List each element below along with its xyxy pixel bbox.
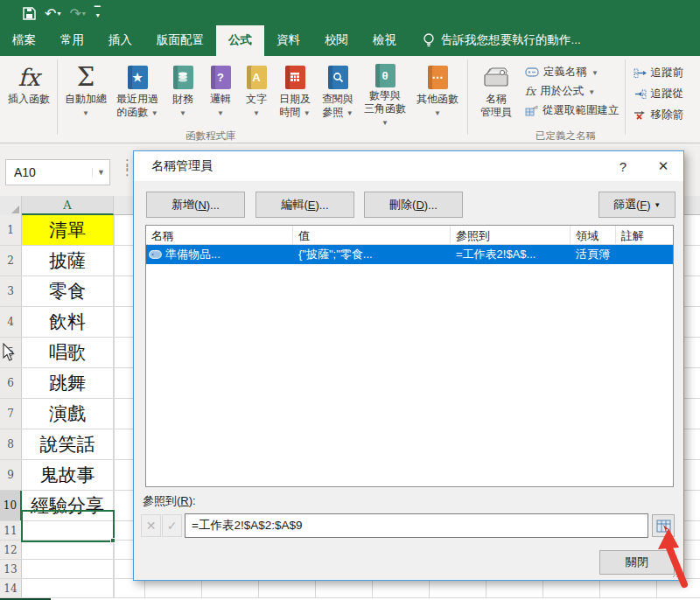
dropdown-arrow: ▼: [592, 69, 598, 77]
help-icon[interactable]: ?: [603, 151, 643, 181]
name-box[interactable]: A10 ▼: [5, 159, 110, 185]
col-header-comment[interactable]: 註解: [616, 226, 673, 244]
dialog-title: 名稱管理員: [134, 158, 603, 174]
dialog-title-bar[interactable]: 名稱管理員 ? ✕: [134, 151, 683, 181]
more-functions-button[interactable]: ⋯ 其他函數 ▼: [410, 59, 465, 129]
math-trig-button[interactable]: θ 數學與 三角函數 ▼: [360, 59, 410, 129]
tab-file[interactable]: 檔案: [0, 25, 48, 56]
button-label: 日期及: [279, 93, 311, 106]
row-header-8[interactable]: 8: [0, 429, 22, 459]
text-button[interactable]: A 文字 ▼: [239, 59, 274, 129]
undo-icon[interactable]: ↶▾: [45, 5, 60, 22]
defined-names-commands: 定義名稱 ▼ fx 用於公式 ▼ 從選取範圍建立: [525, 59, 620, 118]
row-header-12[interactable]: 12: [0, 541, 22, 559]
theta-icon: θ: [375, 64, 396, 87]
formula-auditing-commands: 追蹤前 追蹤從 移除箭: [634, 59, 700, 122]
name-manager-dialog: 名稱管理員 ? ✕ 新增(N)... 編輯(E)... 刪除(D)... 篩選(…: [133, 150, 684, 581]
trace-dependents-button[interactable]: 追蹤從: [634, 87, 700, 101]
group-label-function-library: 函數程式庫: [186, 129, 236, 143]
ellipsis-icon: ⋯: [428, 66, 448, 89]
cell-a12[interactable]: [22, 541, 114, 559]
col-header-name[interactable]: 名稱: [146, 226, 293, 244]
cell-a9[interactable]: 鬼故事: [22, 460, 114, 490]
edit-button[interactable]: 編輯(E)...: [256, 192, 354, 218]
col-header-scope[interactable]: 領域: [570, 226, 616, 244]
cell-a2[interactable]: 披薩: [22, 246, 114, 276]
filter-button[interactable]: 篩選(F) ▼: [598, 192, 676, 218]
row-header-13[interactable]: 13: [0, 560, 22, 578]
name-box-dropdown-icon[interactable]: ▼: [92, 168, 109, 177]
cell-a14[interactable]: [22, 579, 114, 597]
cell-a1[interactable]: 清單: [22, 215, 114, 245]
create-from-selection-button[interactable]: 從選取範圍建立: [525, 103, 620, 118]
remove-arrows-icon: [634, 110, 647, 120]
separator: [625, 59, 626, 135]
cell-a4[interactable]: 飲料: [22, 307, 114, 337]
tab-formulas[interactable]: 公式: [216, 25, 264, 56]
new-button[interactable]: 新增(N)...: [146, 192, 245, 218]
mouse-cursor-icon: [2, 343, 16, 362]
names-list[interactable]: 名稱 值 參照到 領域 註解 準備物品... {"披薩";"零食... =工作表…: [145, 225, 674, 487]
financial-button[interactable]: 財務 ▼: [164, 59, 202, 129]
name-box-value: A10: [6, 165, 92, 179]
col-header-value[interactable]: 值: [293, 226, 451, 244]
ribbon: fx 插入函數 Σ 自動加總 ▼ ★ 最近用過 的函數 ▼ 財務 ▼ ? 邏輯 …: [0, 56, 700, 143]
dropdown-arrow: ▼: [588, 88, 595, 96]
recently-used-button[interactable]: ★ 最近用過 的函數 ▼: [111, 59, 164, 129]
cell-a10-selected[interactable]: 經驗分享: [22, 491, 114, 520]
button-label2: 的函數 ▼: [116, 106, 158, 120]
cell-a7[interactable]: 演戲: [22, 399, 114, 429]
row-header-3[interactable]: 3: [0, 276, 22, 306]
use-in-formula-button[interactable]: fx 用於公式 ▼: [525, 84, 620, 99]
insert-function-button[interactable]: fx 插入函數: [4, 59, 54, 129]
row-header-9[interactable]: 9: [0, 460, 22, 490]
date-time-button[interactable]: 日期及 時間 ▼: [274, 59, 316, 129]
row-header-6[interactable]: 6: [0, 368, 22, 398]
tab-data[interactable]: 資料: [264, 25, 312, 56]
cell-a5[interactable]: 唱歌: [22, 338, 114, 367]
cell-a6[interactable]: 跳舞: [22, 368, 114, 398]
remove-arrows-button[interactable]: 移除箭: [634, 108, 700, 122]
refers-to-label: 參照到(R):: [143, 493, 196, 509]
ribbon-tab-row: 檔案 常用 插入 版面配置 公式 資料 校閱 檢視 告訴我您想要執行的動作...: [0, 26, 700, 56]
select-all-corner[interactable]: [0, 196, 22, 215]
row-header-11[interactable]: 11: [0, 521, 22, 540]
row-header-14[interactable]: 14: [0, 579, 22, 597]
trace-precedents-button[interactable]: 追蹤前: [634, 66, 700, 80]
save-icon[interactable]: [23, 7, 36, 20]
col-header-refers-to[interactable]: 參照到: [451, 226, 570, 244]
lookup-reference-button[interactable]: 查閱與 參照 ▼: [316, 59, 360, 129]
tab-review[interactable]: 校閱: [312, 25, 360, 56]
button-label: 查閱與: [322, 93, 354, 106]
tab-page-layout[interactable]: 版面配置: [144, 25, 216, 56]
define-name-button[interactable]: 定義名稱 ▼: [525, 65, 620, 80]
row-header-7[interactable]: 7: [0, 399, 22, 429]
tab-view[interactable]: 檢視: [360, 25, 409, 56]
tab-insert[interactable]: 插入: [96, 25, 144, 56]
cell-a3[interactable]: 零食: [22, 276, 114, 306]
cell-a8[interactable]: 說笑話: [22, 429, 114, 459]
row-header-10[interactable]: 10: [0, 491, 22, 520]
cell-a13[interactable]: [22, 560, 114, 578]
quick-access-toolbar: ↶▾ ↷▾ ▔▾: [23, 5, 101, 22]
column-header-a[interactable]: A: [22, 196, 114, 215]
row-header-2[interactable]: 2: [0, 246, 22, 276]
row-header-1[interactable]: 1: [0, 215, 22, 245]
drag-handle-dots-icon[interactable]: ⋮⋮: [121, 161, 134, 173]
button-label: 名稱: [486, 93, 507, 106]
cell-a11[interactable]: [22, 521, 114, 540]
list-item-selected[interactable]: 準備物品... {"披薩";"零食... =工作表2!$A$... 活頁簿: [146, 245, 673, 264]
name-manager-button[interactable]: 名稱 管理員: [471, 59, 522, 129]
row-header-4[interactable]: 4: [0, 307, 22, 337]
delete-button[interactable]: 刪除(D)...: [364, 192, 463, 218]
logical-button[interactable]: ? 邏輯 ▼: [202, 59, 239, 129]
separator: [57, 59, 58, 135]
tab-home[interactable]: 常用: [48, 25, 96, 56]
customize-qat-icon[interactable]: ▔▾: [94, 9, 101, 17]
autosum-button[interactable]: Σ 自動加總 ▼: [60, 59, 111, 129]
refers-to-input[interactable]: =工作表2!$A$2:$A$9: [185, 513, 648, 538]
tell-me-box[interactable]: 告訴我您想要執行的動作...: [409, 25, 590, 56]
refers-to-cell: =工作表2!$A$...: [451, 247, 570, 262]
button-label2: 三角函數 ▼: [360, 102, 410, 129]
close-icon[interactable]: ✕: [643, 151, 683, 181]
